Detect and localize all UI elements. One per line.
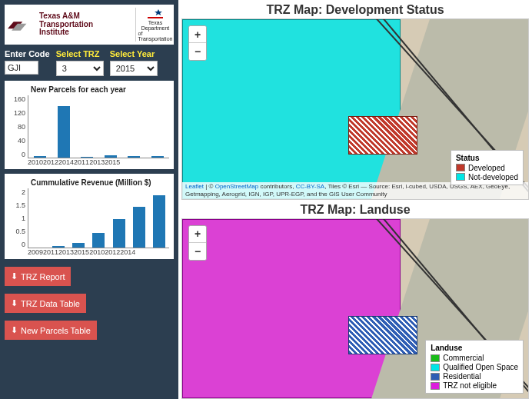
legend-label: Commercial xyxy=(443,354,484,362)
new-parcels-table-button[interactable]: ⬇ New Parcels Table xyxy=(5,321,97,340)
landuse-legend: Landuse CommercialQualified Open SpaceRe… xyxy=(425,340,524,394)
download-icon: ⬇ xyxy=(11,271,18,281)
parcels-chart: New Parcels for each year 16012080400 20… xyxy=(5,81,174,169)
txdot-logo: Texas Department of Transportation xyxy=(135,8,172,42)
landuse-map[interactable]: + − Landuse CommercialQualified Open Spa… xyxy=(181,218,529,400)
trz-label: Select TRZ xyxy=(56,49,104,58)
cc-link[interactable]: CC-BY-SA xyxy=(296,183,325,190)
svg-rect-2 xyxy=(148,17,163,18)
revenue-chart-title: Cummulative Revenue (Million $) xyxy=(31,178,169,187)
code-input[interactable] xyxy=(5,61,38,75)
parcels-yaxis: 16012080400 xyxy=(9,95,28,158)
parcels-xaxis: 201020122014201120132015 xyxy=(28,158,169,166)
sidebar: Texas A&M Transportation Institute Texas… xyxy=(0,0,178,399)
leaflet-link[interactable]: Leaflet xyxy=(185,183,204,190)
tamu-logo: Texas A&M Transportation Institute xyxy=(6,12,93,37)
legend-row: TRZ not eligible xyxy=(431,381,518,390)
parcels-chart-title: New Parcels for each year xyxy=(31,85,169,94)
status-map[interactable]: + − Status DevelopedNot-developed Leafle… xyxy=(181,18,529,200)
status-map-section: TRZ Map: Development Status + − Status D… xyxy=(178,0,532,200)
txdot-star-icon xyxy=(148,8,163,20)
revenue-yaxis: 21.510.50 xyxy=(9,188,28,248)
legend-swatch xyxy=(456,173,465,181)
svg-marker-3 xyxy=(155,9,162,15)
legend-row: Commercial xyxy=(431,354,518,362)
landuse-map-section: TRZ Map: Landuse + − Landuse CommercialQ… xyxy=(178,200,532,400)
legend-swatch xyxy=(456,164,465,171)
revenue-xaxis: 2009201120132015201020122014 xyxy=(28,248,169,256)
download-icon: ⬇ xyxy=(11,298,18,308)
status-zoom-in-button[interactable]: + xyxy=(189,26,206,43)
year-label: Select Year xyxy=(110,49,158,58)
status-map-title: TRZ Map: Development Status xyxy=(178,0,532,18)
landuse-zoom-out-button[interactable]: − xyxy=(189,243,206,260)
logo-bar: Texas A&M Transportation Institute Texas… xyxy=(5,5,174,45)
revenue-chart: Cummulative Revenue (Million $) 21.510.5… xyxy=(5,174,174,259)
legend-swatch xyxy=(431,382,440,390)
controls-row: Enter Code Select TRZ 3 Select Year 2015 xyxy=(5,49,174,76)
main: TRZ Map: Development Status + − Status D… xyxy=(178,0,532,399)
status-zoom-control: + − xyxy=(188,25,207,61)
legend-label: TRZ not eligible xyxy=(443,381,497,390)
landuse-map-title: TRZ Map: Landuse xyxy=(178,200,532,218)
parcels-plot xyxy=(28,95,169,158)
year-select[interactable]: 2015 xyxy=(110,61,158,76)
trz-select[interactable]: 3 xyxy=(56,61,104,76)
legend-row: Qualified Open Space xyxy=(431,363,518,371)
legend-label: Residential xyxy=(443,372,480,381)
legend-row: Developed xyxy=(456,164,518,172)
tamu-logo-text: Texas A&M Transportation Institute xyxy=(39,12,93,37)
trz-data-table-button[interactable]: ⬇ TRZ Data Table xyxy=(5,294,86,313)
trz-report-button[interactable]: ⬇ TRZ Report xyxy=(5,267,71,286)
legend-label: Developed xyxy=(468,164,505,172)
trz-control: Select TRZ 3 xyxy=(56,49,104,76)
landuse-zoom-in-button[interactable]: + xyxy=(189,226,206,243)
legend-label: Qualified Open Space xyxy=(443,363,518,371)
landuse-zoom-control: + − xyxy=(188,225,207,261)
status-legend: Status DevelopedNot-developed xyxy=(451,150,524,185)
legend-label: Not-developed xyxy=(468,173,518,181)
status-zoom-out-button[interactable]: − xyxy=(189,43,206,60)
code-control: Enter Code xyxy=(5,49,50,76)
app-root: Texas A&M Transportation Institute Texas… xyxy=(0,0,532,399)
code-label: Enter Code xyxy=(5,49,50,58)
legend-swatch xyxy=(431,364,440,371)
legend-row: Not-developed xyxy=(456,173,518,181)
download-icon: ⬇ xyxy=(11,325,18,335)
legend-row: Residential xyxy=(431,372,518,381)
osm-link[interactable]: OpenStreetMap xyxy=(215,183,258,190)
year-control: Select Year 2015 xyxy=(110,49,158,76)
revenue-plot xyxy=(28,188,169,248)
legend-swatch xyxy=(431,354,440,362)
legend-swatch xyxy=(431,373,440,381)
tamu-mark-icon xyxy=(6,18,37,32)
